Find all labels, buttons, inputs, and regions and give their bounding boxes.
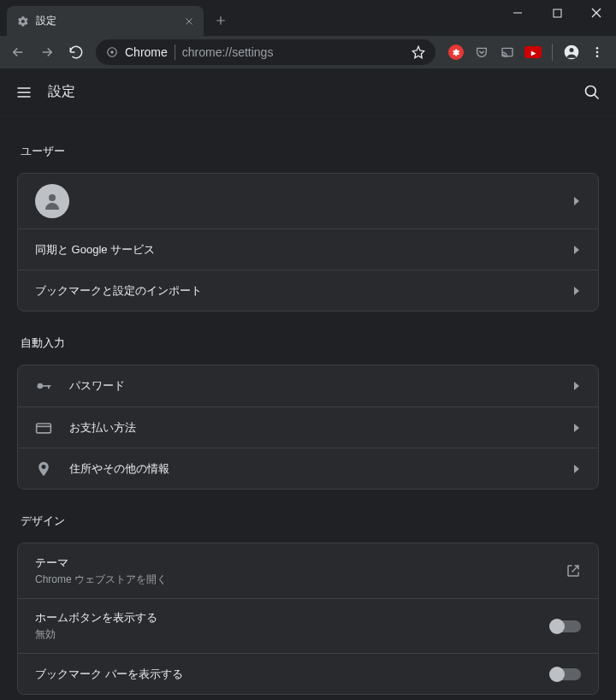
back-button[interactable] [5, 39, 31, 65]
forward-button[interactable] [34, 39, 60, 65]
toggle-bookmarks-bar[interactable] [550, 668, 581, 680]
extension-icons: ✱ ▸ [442, 44, 611, 61]
addresses-row[interactable]: 住所やその他の情報 [18, 448, 598, 489]
row-label: 同期と Google サービス [35, 242, 555, 258]
location-icon [35, 460, 52, 478]
page-title: 設定 [48, 83, 75, 101]
chevron-right-icon [572, 382, 581, 390]
window-titlebar: 設定 [0, 0, 616, 36]
payment-row[interactable]: お支払い方法 [18, 406, 598, 448]
section-title-user: ユーザー [0, 127, 616, 173]
address-bar[interactable]: Chrome chrome://settings [96, 39, 435, 65]
design-card: テーマ Chrome ウェブストアを開く ホームボタンを表示する 無効 ブックマ… [17, 543, 599, 695]
home-button-row[interactable]: ホームボタンを表示する 無効 [18, 598, 598, 653]
svg-point-6 [596, 47, 599, 50]
autofill-card: パスワード お支払い方法 住所やその他の情報 [17, 365, 599, 489]
credit-card-icon [35, 419, 52, 436]
svg-point-5 [570, 48, 574, 52]
row-label: パスワード [69, 378, 555, 394]
settings-content[interactable]: ユーザー 同期と Google サービス ブックマークと設定のインポート 自動入… [0, 116, 616, 700]
hamburger-icon[interactable] [15, 84, 33, 101]
settings-header: 設定 [0, 68, 616, 116]
browser-toolbar: Chrome chrome://settings ✱ ▸ [0, 36, 616, 68]
gear-icon [17, 15, 29, 27]
chrome-icon [106, 46, 118, 58]
svg-point-10 [49, 194, 56, 201]
row-label: 住所やその他の情報 [69, 461, 555, 477]
open-external-icon [566, 563, 581, 578]
svg-point-11 [38, 383, 44, 389]
cast-icon[interactable] [499, 44, 516, 61]
import-bookmarks-row[interactable]: ブックマークと設定のインポート [18, 270, 598, 311]
profile-icon[interactable] [563, 44, 580, 61]
divider [552, 44, 553, 61]
row-sublabel: Chrome ウェブストアを開く [35, 572, 548, 587]
row-sublabel: 無効 [35, 627, 533, 642]
menu-icon[interactable] [589, 44, 606, 61]
browser-tab[interactable]: 設定 [7, 6, 204, 36]
chevron-right-icon [572, 246, 581, 254]
row-label: ホームボタンを表示する [35, 610, 533, 626]
row-label: テーマ [35, 555, 548, 571]
user-card: 同期と Google サービス ブックマークと設定のインポート [17, 173, 599, 311]
section-title-autofill: 自動入力 [0, 318, 616, 365]
new-tab-button[interactable] [209, 9, 233, 33]
profile-row[interactable] [18, 174, 598, 228]
divider [175, 44, 175, 60]
svg-rect-0 [554, 9, 561, 17]
reload-button[interactable] [63, 39, 89, 65]
extension-icon-1[interactable]: ✱ [447, 44, 465, 61]
maximize-button[interactable] [537, 0, 577, 26]
close-window-button[interactable] [577, 0, 616, 26]
svg-rect-14 [37, 424, 51, 433]
passwords-row[interactable]: パスワード [18, 365, 598, 406]
section-title-design: デザイン [0, 496, 616, 543]
youtube-icon[interactable]: ▸ [524, 44, 542, 61]
search-icon[interactable] [583, 84, 601, 101]
svg-point-2 [110, 50, 114, 54]
svg-rect-13 [48, 385, 50, 389]
minimize-button[interactable] [498, 0, 537, 26]
chevron-right-icon [572, 197, 581, 205]
row-label: お支払い方法 [69, 420, 555, 436]
key-icon [35, 377, 52, 394]
svg-point-9 [586, 86, 596, 96]
avatar [35, 184, 69, 218]
window-controls [498, 0, 616, 26]
svg-point-8 [596, 55, 599, 57]
row-label: ブックマーク バーを表示する [35, 667, 533, 682]
row-label: ブックマークと設定のインポート [35, 283, 555, 299]
bookmark-star-icon[interactable] [412, 45, 425, 59]
url-text: chrome://settings [182, 45, 405, 59]
theme-row[interactable]: テーマ Chrome ウェブストアを開く [18, 543, 598, 598]
svg-point-7 [596, 51, 599, 54]
pocket-icon[interactable] [473, 44, 490, 61]
chevron-right-icon [572, 465, 581, 473]
tab-title: 設定 [36, 14, 176, 28]
chevron-right-icon [572, 424, 581, 432]
bookmarks-bar-row[interactable]: ブックマーク バーを表示する [18, 653, 598, 694]
url-prefix: Chrome [125, 45, 168, 59]
close-tab-button[interactable] [183, 15, 195, 27]
sync-services-row[interactable]: 同期と Google サービス [18, 228, 598, 270]
toggle-home-button[interactable] [550, 620, 581, 632]
chevron-right-icon [572, 287, 581, 295]
svg-rect-12 [42, 385, 50, 387]
